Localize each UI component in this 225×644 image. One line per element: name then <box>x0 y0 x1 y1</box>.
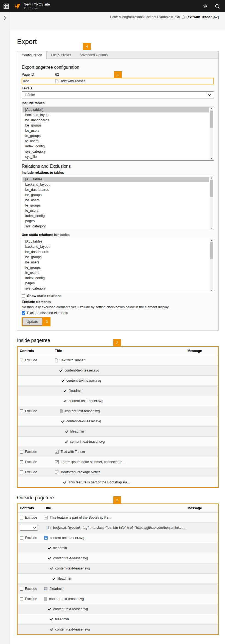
exclude-checkbox[interactable] <box>20 587 23 591</box>
grid-icon <box>4 4 9 9</box>
static-relations-listbox[interactable]: [ALL tables] backend_layout be_dashboard… <box>22 238 214 292</box>
list-option[interactable]: be_users <box>22 198 209 203</box>
tab-configuration[interactable]: Configuration <box>17 51 47 59</box>
list-option[interactable]: index_config <box>22 144 209 149</box>
scroll-down-arrow[interactable]: ▼ <box>210 157 213 160</box>
breadcrumb-path: Path: /Congratulations/Content Examples/… <box>110 15 180 19</box>
exclude-checkbox[interactable] <box>20 450 23 454</box>
table-row: Exclude content-text-teaser.svg <box>18 406 218 416</box>
module-menu-button[interactable] <box>0 0 12 12</box>
scrollbar-thumb[interactable] <box>210 180 213 197</box>
chevron-down-icon <box>33 527 36 529</box>
exclude-checkbox[interactable] <box>20 516 23 519</box>
list-option[interactable]: fe_users <box>22 139 209 144</box>
scroll-up-arrow[interactable]: ▲ <box>210 176 213 179</box>
tree-page-title: Text with Teaser <box>60 79 85 83</box>
list-option[interactable]: sys_category <box>22 149 209 154</box>
search-button[interactable] <box>211 0 223 12</box>
scrollbar-thumb[interactable] <box>210 111 213 128</box>
row-title: content-text-teaser.svg <box>65 409 100 413</box>
typo3-version: 11.5.1-dev <box>24 7 50 10</box>
show-static-relations-checkbox[interactable] <box>22 294 25 298</box>
list-option[interactable]: sys_category <box>22 224 209 229</box>
expand-pagetree-button[interactable]: ❯ <box>0 12 10 20</box>
exclude-label: Exclude <box>25 409 37 413</box>
list-option[interactable]: fe_users <box>22 270 209 276</box>
update-button-highlight: Update <box>22 317 43 326</box>
scrollbar[interactable]: ▲▼ <box>210 176 213 230</box>
scroll-up-arrow[interactable]: ▲ <box>210 238 213 241</box>
list-option[interactable]: sys_file <box>22 154 209 159</box>
list-option[interactable]: be_groups <box>22 255 209 260</box>
gear-icon <box>203 4 208 9</box>
include-relations-listbox[interactable]: [ALL tables] backend_layout be_dashboard… <box>22 176 214 230</box>
list-option[interactable]: fe_groups <box>22 203 209 208</box>
row-title: content-text-teaser.svg <box>66 419 101 423</box>
list-option[interactable]: sys_file <box>22 291 209 292</box>
list-option[interactable]: backend_layout <box>22 244 209 249</box>
row-title: fileadmin <box>70 430 84 433</box>
list-option[interactable]: backend_layout <box>22 182 209 187</box>
list-option[interactable]: index_config <box>22 276 209 281</box>
include-relations-label: Include relations to tables <box>22 171 214 175</box>
list-option[interactable]: sys_file <box>22 229 209 230</box>
list-option[interactable]: fe_groups <box>22 265 209 270</box>
scrollbar[interactable]: ▲▼ <box>210 107 213 160</box>
exclude-checkbox[interactable] <box>20 460 23 464</box>
exclude-label: Exclude <box>25 597 37 601</box>
tab-file-preset[interactable]: File & Preset <box>47 51 75 59</box>
list-option[interactable]: fe_groups <box>22 133 209 139</box>
tab-bar: Configuration File & Preset Advanced Opt… <box>17 51 219 59</box>
exclude-label: Exclude <box>25 358 37 362</box>
check-icon <box>48 608 51 610</box>
list-option[interactable]: be_users <box>22 260 209 265</box>
list-option[interactable]: be_dashboards <box>22 187 209 192</box>
list-option[interactable]: pages <box>22 281 209 286</box>
list-option[interactable]: index_config <box>22 213 209 219</box>
row-title: fileadmin <box>55 617 69 621</box>
module-area: Path: /Congratulations/Content Examples/… <box>10 12 225 644</box>
row-title: Text with Teaser <box>60 358 85 362</box>
list-option[interactable]: [ALL tables] <box>22 239 209 244</box>
table-row: fileadmin <box>18 426 218 436</box>
list-option[interactable]: be_users <box>22 128 209 133</box>
list-option[interactable]: pages <box>22 219 209 224</box>
exclude-checkbox[interactable] <box>20 536 23 540</box>
list-option[interactable]: be_dashboards <box>22 118 209 123</box>
table-row: content-text-teaser.svg <box>18 604 218 614</box>
list-option[interactable]: [ALL tables] <box>22 177 209 182</box>
include-tables-listbox[interactable]: [ALL tables] backend_layout be_dashboard… <box>22 106 214 161</box>
exclude-disabled-elements-checkbox[interactable] <box>22 311 25 315</box>
list-option[interactable]: [ALL tables] <box>22 107 209 112</box>
file-icon <box>44 597 47 601</box>
list-option[interactable]: sys_category <box>22 286 209 291</box>
settings-button[interactable] <box>199 0 211 12</box>
list-option[interactable]: be_groups <box>22 123 209 128</box>
table-row: Exclude This feature is part of the Boot… <box>18 512 218 522</box>
list-option[interactable]: be_groups <box>22 192 209 198</box>
tab-advanced-options[interactable]: Advanced Options <box>75 51 112 59</box>
list-option[interactable]: backend_layout <box>22 112 209 118</box>
exclude-checkbox[interactable] <box>20 470 23 474</box>
row-title: fileadmin <box>57 577 71 580</box>
exclude-checkbox[interactable] <box>20 359 23 362</box>
exclude-checkbox[interactable] <box>20 409 23 413</box>
scroll-down-arrow[interactable]: ▼ <box>210 289 213 292</box>
list-option[interactable]: be_dashboards <box>22 249 209 255</box>
exclude-checkbox[interactable] <box>20 597 23 601</box>
row-title: fileadmin <box>50 587 63 591</box>
scrollbar-thumb[interactable] <box>210 242 213 259</box>
softref-action-select[interactable] <box>20 525 38 531</box>
column-controls: Controls <box>18 349 55 353</box>
page-id-label: Page ID <box>22 73 55 76</box>
scrollbar[interactable]: ▲▼ <box>210 238 213 292</box>
table-row: content-text-teaser.svg <box>18 436 218 447</box>
site-title: New TYPO3 site <box>24 2 50 7</box>
update-button[interactable]: Update <box>22 318 42 326</box>
levels-select[interactable]: Infinite <box>22 91 214 98</box>
scroll-down-arrow[interactable]: ▼ <box>210 227 213 230</box>
scroll-up-arrow[interactable]: ▲ <box>210 107 213 110</box>
table-row: content-text-teaser.svg <box>18 563 218 573</box>
list-option[interactable]: sys_file_collection <box>22 159 209 161</box>
list-option[interactable]: fe_users <box>22 208 209 213</box>
